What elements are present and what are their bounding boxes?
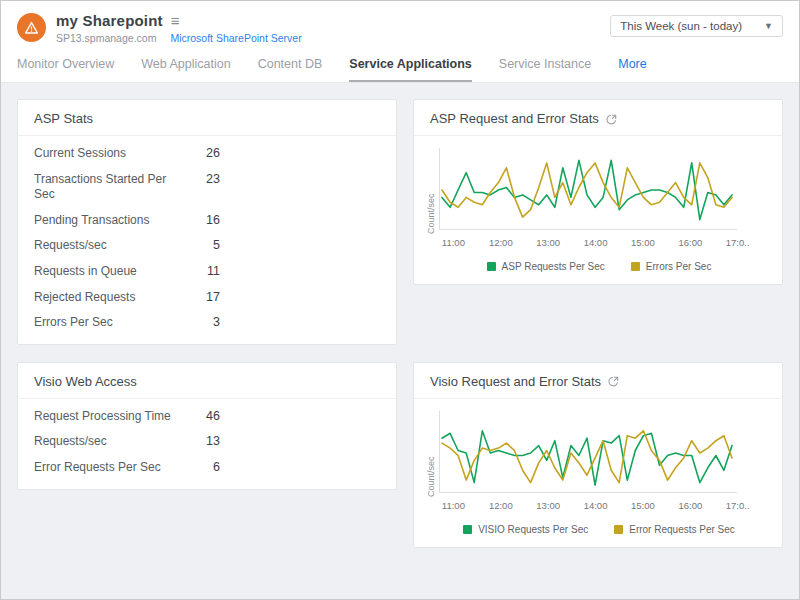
stat-label: Error Requests Per Sec [34, 460, 182, 476]
asp-chart-title: ASP Request and Error Stats [430, 111, 599, 126]
stat-value: 3 [182, 315, 220, 329]
stat-value: 26 [182, 146, 220, 160]
chevron-down-icon: ▼ [764, 21, 773, 31]
tab-bar: Monitor Overview Web Application Content… [1, 44, 799, 83]
stat-label: Transactions Started Per Sec [34, 172, 182, 203]
page-title: my Sharepoint [56, 12, 163, 29]
visio-stats-list: Request Processing Time 46 Requests/sec … [18, 399, 396, 489]
tab-service-applications[interactable]: Service Applications [349, 57, 472, 82]
legend-item[interactable]: Errors Per Sec [631, 261, 712, 272]
warning-triangle-icon [24, 21, 39, 35]
legend-label: VISIO Requests Per Sec [478, 524, 588, 535]
monitor-host: SP13.spmanage.com [56, 32, 156, 44]
legend-swatch [487, 262, 496, 271]
stat-label: Requests/sec [34, 238, 182, 254]
tick-label: 15:00 [631, 500, 655, 511]
tab-web-application[interactable]: Web Application [141, 57, 230, 82]
dashboard-content: ASP Stats Current Sessions 26 Transactio… [1, 83, 799, 599]
legend-swatch [631, 262, 640, 271]
stat-label: Rejected Requests [34, 290, 182, 306]
tick-label: 17:0.. [726, 237, 750, 248]
header: my Sharepoint ≡ SP13.spmanage.comMicroso… [1, 1, 799, 44]
visio-chart-title: Visio Request and Error Stats [430, 374, 601, 389]
visio-stats-title: Visio Web Access [34, 374, 137, 389]
legend-item[interactable]: ASP Requests Per Sec [487, 261, 605, 272]
external-link-icon[interactable] [606, 114, 617, 125]
stat-row: Requests/sec 13 [34, 429, 380, 455]
series-line [442, 160, 732, 219]
legend-label: ASP Requests Per Sec [502, 261, 605, 272]
monitor-type-link[interactable]: Microsoft SharePoint Server [170, 32, 301, 44]
tab-service-instance[interactable]: Service Instance [499, 57, 591, 82]
series-line [442, 431, 732, 485]
stat-value: 13 [182, 434, 220, 448]
stat-row: Errors Per Sec 3 [34, 310, 380, 336]
tab-monitor-overview[interactable]: Monitor Overview [17, 57, 114, 82]
asp-chart: Count/sec 11:0012:0013:0014:0015:0016:00… [414, 136, 782, 284]
tick-label: 11:00 [442, 237, 465, 248]
visio-chart: Count/sec 11:0012:0013:0014:0015:0016:00… [414, 399, 782, 547]
chart-plot-area[interactable] [439, 148, 737, 234]
stat-row: Error Requests Per Sec 6 [34, 455, 380, 481]
asp-stats-panel: ASP Stats Current Sessions 26 Transactio… [17, 99, 397, 345]
tab-content-db[interactable]: Content DB [258, 57, 323, 82]
stat-label: Current Sessions [34, 146, 182, 162]
y-axis-label: Count/sec [426, 411, 436, 497]
stat-value: 16 [182, 213, 220, 227]
stat-value: 11 [182, 264, 220, 278]
stat-value: 46 [182, 409, 220, 423]
legend-swatch [614, 525, 623, 534]
chart-legend: VISIO Requests Per SecError Requests Per… [426, 524, 772, 537]
visio-chart-panel: Visio Request and Error Stats Count/sec … [413, 362, 783, 548]
time-range-dropdown[interactable]: This Week (sun - today) ▼ [610, 15, 783, 37]
legend-swatch [463, 525, 472, 534]
asp-chart-panel: ASP Request and Error Stats Count/sec 11… [413, 99, 783, 285]
tick-label: 15:00 [631, 237, 655, 248]
stat-label: Requests in Queue [34, 264, 182, 280]
chart-plot-area[interactable] [439, 411, 737, 497]
asp-stats-list: Current Sessions 26 Transactions Started… [18, 136, 396, 344]
tick-label: 17:0.. [726, 500, 750, 511]
tick-label: 11:00 [442, 500, 465, 511]
app-window: my Sharepoint ≡ SP13.spmanage.comMicroso… [0, 0, 800, 600]
tick-label: 14:00 [584, 237, 608, 248]
external-link-icon[interactable] [608, 376, 619, 387]
legend-label: Errors Per Sec [646, 261, 712, 272]
tick-label: 16:00 [678, 237, 702, 248]
tick-label: 14:00 [584, 500, 608, 511]
x-axis-ticks: 11:0012:0013:0014:0015:0016:0017:0.. [440, 234, 738, 249]
stat-value: 5 [182, 238, 220, 252]
stat-value: 6 [182, 460, 220, 474]
stat-row: Transactions Started Per Sec 23 [34, 167, 380, 208]
legend-item[interactable]: Error Requests Per Sec [614, 524, 735, 535]
stat-label: Errors Per Sec [34, 315, 182, 331]
stat-row: Requests in Queue 11 [34, 259, 380, 285]
menu-icon[interactable]: ≡ [171, 12, 180, 29]
monitor-status-icon [17, 13, 46, 42]
stat-row: Request Processing Time 46 [34, 404, 380, 430]
legend-label: Error Requests Per Sec [629, 524, 735, 535]
stat-label: Requests/sec [34, 434, 182, 450]
tick-label: 16:00 [678, 500, 702, 511]
chart-legend: ASP Requests Per SecErrors Per Sec [426, 261, 772, 274]
stat-row: Pending Transactions 16 [34, 208, 380, 234]
stat-row: Rejected Requests 17 [34, 285, 380, 311]
tick-label: 12:00 [489, 237, 513, 248]
tick-label: 12:00 [489, 500, 513, 511]
tick-label: 13:00 [536, 500, 560, 511]
legend-item[interactable]: VISIO Requests Per Sec [463, 524, 588, 535]
visio-stats-panel: Visio Web Access Request Processing Time… [17, 362, 397, 490]
stat-value: 23 [182, 172, 220, 186]
stat-row: Current Sessions 26 [34, 141, 380, 167]
x-axis-ticks: 11:0012:0013:0014:0015:0016:0017:0.. [440, 497, 738, 512]
stat-row: Requests/sec 5 [34, 233, 380, 259]
asp-stats-title: ASP Stats [34, 111, 93, 126]
tick-label: 13:00 [536, 237, 560, 248]
stat-label: Pending Transactions [34, 213, 182, 229]
tab-more[interactable]: More [618, 57, 646, 82]
series-line [442, 163, 732, 217]
stat-value: 17 [182, 290, 220, 304]
time-range-value: This Week (sun - today) [620, 20, 742, 32]
y-axis-label: Count/sec [426, 148, 436, 234]
stat-label: Request Processing Time [34, 409, 182, 425]
